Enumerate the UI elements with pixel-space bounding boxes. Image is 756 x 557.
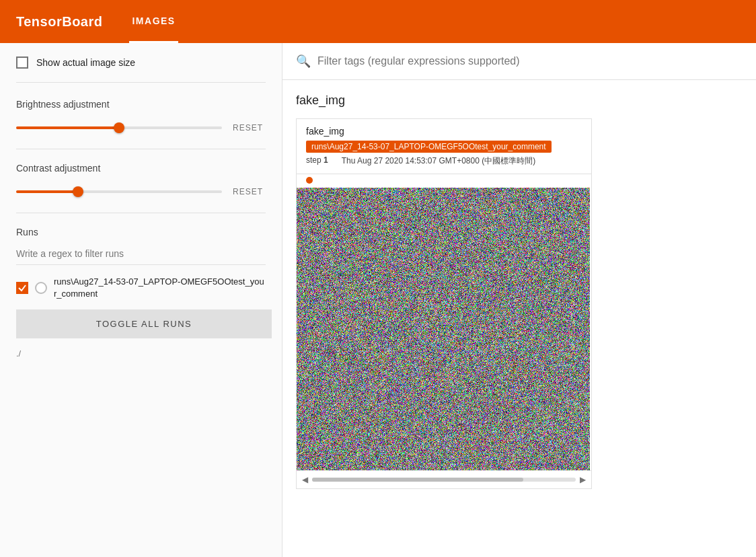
contrast-reset-button[interactable]: RESET	[230, 184, 266, 199]
brightness-slider-thumb[interactable]	[114, 122, 124, 133]
tab-images[interactable]: IMAGES	[129, 0, 178, 43]
image-section: fake_img fake_img runs\Aug27_14-53-07_LA…	[282, 80, 756, 503]
contrast-slider-track[interactable]	[16, 190, 222, 193]
section-heading: fake_img	[296, 94, 743, 108]
image-card-meta: step 1 Thu Aug 27 2020 14:53:07 GMT+0800…	[306, 155, 582, 167]
brightness-slider-row: RESET	[16, 120, 266, 135]
runs-path: ./	[16, 348, 21, 359]
sidebar: Show actual image size Brightness adjust…	[0, 43, 282, 557]
contrast-title: Contrast adjustment	[16, 163, 266, 174]
run-label: runs\Aug27_14-53-07_LAPTOP-OMEGF5OOtest_…	[54, 276, 266, 300]
step-dot	[306, 177, 313, 184]
scroll-track[interactable]	[312, 478, 576, 482]
runs-filter-input[interactable]	[16, 246, 266, 265]
brightness-slider-fill	[16, 126, 119, 129]
contrast-slider-fill	[16, 190, 78, 193]
search-icon: 🔍	[296, 54, 311, 69]
brightness-reset-button[interactable]: RESET	[230, 120, 266, 135]
contrast-section: Contrast adjustment RESET	[16, 163, 266, 213]
run-checkbox[interactable]	[16, 282, 28, 294]
app-logo: TensorBoard	[16, 14, 102, 30]
show-actual-image-size-section: Show actual image size	[16, 57, 266, 83]
noise-image	[297, 188, 590, 470]
step-label: step 1	[306, 155, 328, 167]
runs-section: Runs runs\Aug27_14-53-07_LAPTOP-OMEGF5OO…	[16, 227, 266, 359]
contrast-slider-row: RESET	[16, 184, 266, 199]
header: TensorBoard IMAGES	[0, 0, 756, 43]
filter-bar: 🔍	[282, 43, 756, 80]
scrollbar-area: ◀ ▶	[297, 470, 591, 488]
image-card-title: fake_img	[306, 126, 582, 137]
image-card: fake_img runs\Aug27_14-53-07_LAPTOP-OMEG…	[296, 118, 592, 489]
scroll-right-arrow[interactable]: ▶	[580, 475, 586, 484]
run-item: runs\Aug27_14-53-07_LAPTOP-OMEGF5OOtest_…	[16, 276, 266, 300]
runs-title: Runs	[16, 227, 266, 237]
scroll-left-arrow[interactable]: ◀	[302, 475, 308, 484]
toggle-all-runs-button[interactable]: TOGGLE ALL RUNS	[16, 309, 272, 338]
brightness-slider-track[interactable]	[16, 126, 222, 129]
brightness-section: Brightness adjustment RESET	[16, 99, 266, 149]
run-radio[interactable]	[35, 282, 47, 294]
image-container	[297, 188, 590, 470]
contrast-slider-thumb[interactable]	[73, 186, 83, 197]
step-indicator	[297, 174, 591, 188]
scroll-thumb	[312, 478, 523, 482]
step-value: 1	[324, 155, 328, 165]
check-icon	[17, 283, 27, 293]
main-layout: Show actual image size Brightness adjust…	[0, 43, 756, 557]
main-content: 🔍 fake_img fake_img runs\Aug27_14-53-07_…	[282, 43, 756, 557]
timestamp: Thu Aug 27 2020 14:53:07 GMT+0800 (中國標準時…	[342, 155, 535, 167]
show-actual-size-checkbox[interactable]	[16, 57, 28, 69]
brightness-title: Brightness adjustment	[16, 99, 266, 110]
image-card-run-badge: runs\Aug27_14-53-07_LAPTOP-OMEGF5OOtest_…	[306, 141, 552, 153]
show-actual-size-label: Show actual image size	[36, 57, 135, 68]
image-card-header: fake_img runs\Aug27_14-53-07_LAPTOP-OMEG…	[297, 119, 591, 174]
filter-tags-input[interactable]	[317, 55, 743, 67]
